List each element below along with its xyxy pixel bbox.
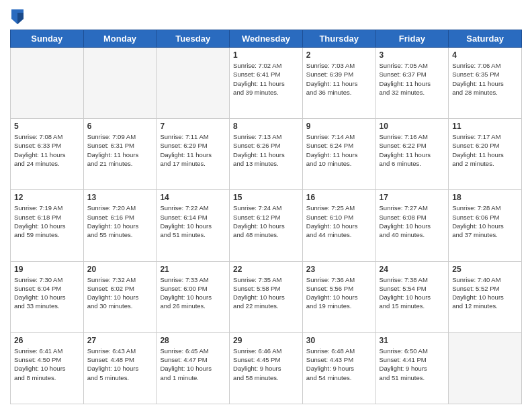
logo bbox=[10, 9, 24, 24]
calendar-cell: 24Sunrise: 7:38 AM Sunset: 5:54 PM Dayli… bbox=[375, 261, 449, 332]
calendar-cell bbox=[449, 332, 522, 404]
cell-info: Sunrise: 7:16 AM Sunset: 6:22 PM Dayligh… bbox=[380, 132, 445, 168]
day-number: 19 bbox=[14, 265, 80, 274]
cell-info: Sunrise: 7:22 AM Sunset: 6:14 PM Dayligh… bbox=[160, 203, 226, 239]
calendar-cell: 23Sunrise: 7:36 AM Sunset: 5:56 PM Dayli… bbox=[302, 261, 375, 332]
day-number: 6 bbox=[87, 122, 153, 131]
day-number: 24 bbox=[380, 265, 445, 274]
day-number: 17 bbox=[380, 193, 445, 202]
calendar-cell: 14Sunrise: 7:22 AM Sunset: 6:14 PM Dayli… bbox=[157, 190, 230, 261]
cell-info: Sunrise: 7:32 AM Sunset: 6:02 PM Dayligh… bbox=[87, 275, 153, 311]
day-number: 15 bbox=[233, 193, 299, 202]
day-number: 16 bbox=[306, 193, 372, 202]
calendar-cell: 17Sunrise: 7:27 AM Sunset: 6:08 PM Dayli… bbox=[375, 190, 449, 261]
day-number: 18 bbox=[452, 193, 518, 202]
calendar-cell: 25Sunrise: 7:40 AM Sunset: 5:52 PM Dayli… bbox=[449, 261, 522, 332]
weekday-header: Tuesday bbox=[157, 30, 230, 48]
day-number: 2 bbox=[306, 50, 372, 60]
calendar-cell: 6Sunrise: 7:09 AM Sunset: 6:31 PM Daylig… bbox=[83, 119, 157, 190]
day-number: 1 bbox=[233, 50, 299, 60]
calendar-week-row: 1Sunrise: 7:02 AM Sunset: 6:41 PM Daylig… bbox=[11, 48, 522, 119]
day-number: 5 bbox=[14, 122, 80, 131]
calendar-week-row: 26Sunrise: 6:41 AM Sunset: 4:50 PM Dayli… bbox=[11, 332, 522, 404]
cell-info: Sunrise: 6:50 AM Sunset: 4:41 PM Dayligh… bbox=[380, 347, 445, 382]
weekday-header: Friday bbox=[375, 30, 449, 48]
calendar-cell: 18Sunrise: 7:28 AM Sunset: 6:06 PM Dayli… bbox=[449, 190, 522, 261]
calendar-cell: 13Sunrise: 7:20 AM Sunset: 6:16 PM Dayli… bbox=[83, 190, 157, 261]
calendar-cell: 30Sunrise: 6:48 AM Sunset: 4:43 PM Dayli… bbox=[302, 332, 375, 404]
weekday-header: Wednesday bbox=[230, 30, 303, 48]
cell-info: Sunrise: 7:11 AM Sunset: 6:29 PM Dayligh… bbox=[160, 132, 226, 168]
cell-info: Sunrise: 7:36 AM Sunset: 5:56 PM Dayligh… bbox=[306, 275, 372, 311]
cell-info: Sunrise: 7:20 AM Sunset: 6:16 PM Dayligh… bbox=[87, 203, 153, 239]
calendar-cell: 29Sunrise: 6:46 AM Sunset: 4:45 PM Dayli… bbox=[230, 332, 303, 404]
logo-icon bbox=[11, 9, 24, 24]
header bbox=[10, 7, 522, 24]
day-number: 20 bbox=[87, 265, 153, 274]
cell-info: Sunrise: 7:40 AM Sunset: 5:52 PM Dayligh… bbox=[452, 275, 518, 311]
weekday-header: Saturday bbox=[449, 30, 522, 48]
cell-info: Sunrise: 7:25 AM Sunset: 6:10 PM Dayligh… bbox=[306, 203, 372, 239]
calendar-table: SundayMondayTuesdayWednesdayThursdayFrid… bbox=[10, 30, 522, 404]
day-number: 11 bbox=[452, 122, 518, 131]
cell-info: Sunrise: 7:02 AM Sunset: 6:41 PM Dayligh… bbox=[233, 61, 299, 97]
weekday-header: Monday bbox=[83, 30, 157, 48]
calendar-week-row: 19Sunrise: 7:30 AM Sunset: 6:04 PM Dayli… bbox=[11, 261, 522, 332]
calendar-cell bbox=[157, 48, 230, 119]
calendar-cell: 27Sunrise: 6:43 AM Sunset: 4:48 PM Dayli… bbox=[83, 332, 157, 404]
day-number: 28 bbox=[160, 336, 226, 345]
calendar-cell: 19Sunrise: 7:30 AM Sunset: 6:04 PM Dayli… bbox=[11, 261, 84, 332]
cell-info: Sunrise: 7:13 AM Sunset: 6:26 PM Dayligh… bbox=[233, 132, 299, 168]
cell-info: Sunrise: 6:45 AM Sunset: 4:47 PM Dayligh… bbox=[160, 347, 226, 382]
day-number: 21 bbox=[160, 265, 226, 274]
cell-info: Sunrise: 6:48 AM Sunset: 4:43 PM Dayligh… bbox=[306, 347, 372, 382]
cell-info: Sunrise: 7:05 AM Sunset: 6:37 PM Dayligh… bbox=[380, 61, 445, 97]
calendar-cell: 12Sunrise: 7:19 AM Sunset: 6:18 PM Dayli… bbox=[11, 190, 84, 261]
calendar-cell: 10Sunrise: 7:16 AM Sunset: 6:22 PM Dayli… bbox=[375, 119, 449, 190]
calendar-cell: 11Sunrise: 7:17 AM Sunset: 6:20 PM Dayli… bbox=[449, 119, 522, 190]
weekday-header: Thursday bbox=[302, 30, 375, 48]
cell-info: Sunrise: 7:19 AM Sunset: 6:18 PM Dayligh… bbox=[14, 203, 80, 239]
calendar-week-row: 5Sunrise: 7:08 AM Sunset: 6:33 PM Daylig… bbox=[11, 119, 522, 190]
calendar-cell: 2Sunrise: 7:03 AM Sunset: 6:39 PM Daylig… bbox=[302, 48, 375, 119]
day-number: 29 bbox=[233, 336, 299, 345]
day-number: 31 bbox=[380, 336, 445, 345]
day-number: 9 bbox=[306, 122, 372, 131]
day-number: 27 bbox=[87, 336, 153, 345]
calendar-cell: 1Sunrise: 7:02 AM Sunset: 6:41 PM Daylig… bbox=[230, 48, 303, 119]
weekday-header-row: SundayMondayTuesdayWednesdayThursdayFrid… bbox=[11, 30, 522, 48]
cell-info: Sunrise: 7:14 AM Sunset: 6:24 PM Dayligh… bbox=[306, 132, 372, 168]
day-number: 8 bbox=[233, 122, 299, 131]
cell-info: Sunrise: 7:06 AM Sunset: 6:35 PM Dayligh… bbox=[452, 61, 518, 97]
calendar-cell bbox=[83, 48, 157, 119]
day-number: 22 bbox=[233, 265, 299, 274]
cell-info: Sunrise: 7:24 AM Sunset: 6:12 PM Dayligh… bbox=[233, 203, 299, 239]
cell-info: Sunrise: 6:43 AM Sunset: 4:48 PM Dayligh… bbox=[87, 347, 153, 382]
cell-info: Sunrise: 7:28 AM Sunset: 6:06 PM Dayligh… bbox=[452, 203, 518, 239]
cell-info: Sunrise: 7:35 AM Sunset: 5:58 PM Dayligh… bbox=[233, 275, 299, 311]
calendar-cell: 16Sunrise: 7:25 AM Sunset: 6:10 PM Dayli… bbox=[302, 190, 375, 261]
calendar-cell: 26Sunrise: 6:41 AM Sunset: 4:50 PM Dayli… bbox=[11, 332, 84, 404]
cell-info: Sunrise: 7:09 AM Sunset: 6:31 PM Dayligh… bbox=[87, 132, 153, 168]
cell-info: Sunrise: 7:03 AM Sunset: 6:39 PM Dayligh… bbox=[306, 61, 372, 97]
cell-info: Sunrise: 7:33 AM Sunset: 6:00 PM Dayligh… bbox=[160, 275, 226, 311]
day-number: 12 bbox=[14, 193, 80, 202]
cell-info: Sunrise: 6:41 AM Sunset: 4:50 PM Dayligh… bbox=[14, 347, 80, 382]
calendar-cell bbox=[11, 48, 84, 119]
day-number: 14 bbox=[160, 193, 226, 202]
calendar-cell: 3Sunrise: 7:05 AM Sunset: 6:37 PM Daylig… bbox=[375, 48, 449, 119]
cell-info: Sunrise: 7:30 AM Sunset: 6:04 PM Dayligh… bbox=[14, 275, 80, 311]
calendar-cell: 31Sunrise: 6:50 AM Sunset: 4:41 PM Dayli… bbox=[375, 332, 449, 404]
calendar-cell: 7Sunrise: 7:11 AM Sunset: 6:29 PM Daylig… bbox=[157, 119, 230, 190]
day-number: 4 bbox=[452, 50, 518, 60]
day-number: 10 bbox=[380, 122, 445, 131]
weekday-header: Sunday bbox=[11, 30, 84, 48]
calendar-cell: 8Sunrise: 7:13 AM Sunset: 6:26 PM Daylig… bbox=[230, 119, 303, 190]
calendar-cell: 9Sunrise: 7:14 AM Sunset: 6:24 PM Daylig… bbox=[302, 119, 375, 190]
cell-info: Sunrise: 7:08 AM Sunset: 6:33 PM Dayligh… bbox=[14, 132, 80, 168]
day-number: 3 bbox=[380, 50, 445, 60]
calendar-cell: 5Sunrise: 7:08 AM Sunset: 6:33 PM Daylig… bbox=[11, 119, 84, 190]
day-number: 23 bbox=[306, 265, 372, 274]
day-number: 7 bbox=[160, 122, 226, 131]
cell-info: Sunrise: 7:27 AM Sunset: 6:08 PM Dayligh… bbox=[380, 203, 445, 239]
